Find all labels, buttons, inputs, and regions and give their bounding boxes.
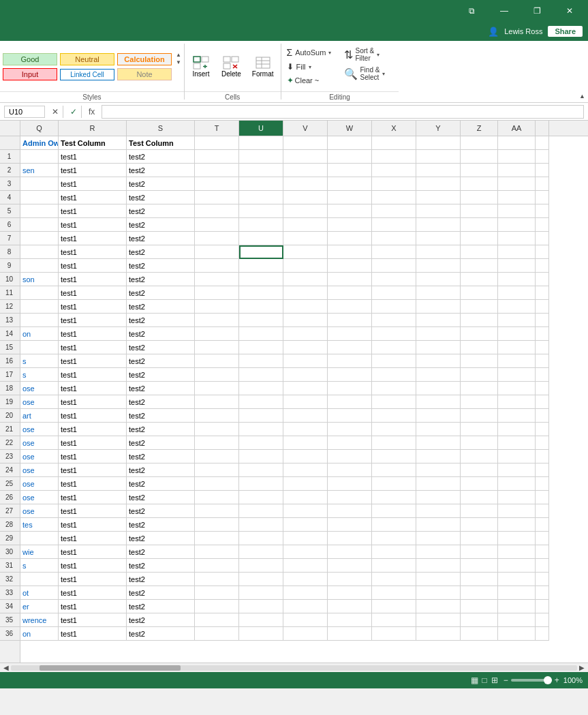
grid-cell-r28-c8[interactable] [416,518,461,532]
grid-cell-r22-c2[interactable]: test2 [127,436,195,450]
grid-cell-r27-c5[interactable] [283,504,328,518]
grid-cell-r2-c3[interactable] [195,164,239,177]
grid-cell-r9-c11[interactable] [536,259,549,273]
grid-cell-r30-c5[interactable] [283,545,328,559]
grid-cell-r8-c2[interactable]: test2 [127,245,195,259]
grid-cell-r29-c8[interactable] [416,532,461,545]
grid-cell-r24-c11[interactable] [536,463,549,477]
grid-cell-r3-c4[interactable] [239,177,283,191]
grid-cell-r5-c3[interactable] [195,204,239,218]
grid-cell-r32-c2[interactable]: test2 [127,573,195,586]
grid-cell-r23-c6[interactable] [328,450,372,463]
col-header-t[interactable]: T [195,121,239,136]
grid-cell-r11-c7[interactable] [372,286,416,300]
grid-cell-r6-c3[interactable] [195,218,239,232]
row-header-29[interactable]: 29 [0,532,20,545]
share-button[interactable]: Share [548,26,583,37]
grid-cell-r14-c5[interactable] [283,327,328,341]
grid-cell-r12-c0[interactable] [20,300,59,314]
formula-input[interactable] [102,105,584,119]
zoom-minus-btn[interactable]: − [504,675,508,685]
grid-cell-r9-c2[interactable]: test2 [127,259,195,273]
grid-cell-r32-c4[interactable] [239,573,283,586]
grid-cell-r31-c8[interactable] [416,559,461,573]
grid-cell-r26-c9[interactable] [461,491,498,504]
grid-cell-r13-c4[interactable] [239,314,283,327]
grid-cell-r17-c7[interactable] [372,368,416,382]
grid-cell-r11-c11[interactable] [536,286,549,300]
grid-cell-r29-c11[interactable] [536,532,549,545]
grid-cell-r15-c0[interactable] [20,341,59,354]
grid-cell-r27-c4[interactable] [239,504,283,518]
grid-cell-r28-c1[interactable]: test1 [59,518,127,532]
grid-cell-r27-c11[interactable] [536,504,549,518]
grid-cell-r18-c9[interactable] [461,382,498,395]
grid-cell-r27-c3[interactable] [195,504,239,518]
style-scroll-up[interactable]: ▲ [176,52,181,59]
ribbon-expand[interactable]: ▲ [576,41,588,102]
row-header-25[interactable]: 25 [0,477,20,491]
name-box[interactable]: U10 [4,106,45,118]
grid-cell-r11-c9[interactable] [461,286,498,300]
grid-cell-r16-c6[interactable] [328,354,372,368]
grid-cell-r1-c9[interactable] [461,150,498,164]
grid-cell-r11-c8[interactable] [416,286,461,300]
grid-cell-r3-c1[interactable]: test1 [59,177,127,191]
grid-cell-r27-c10[interactable] [498,504,536,518]
grid-cell-r17-c3[interactable] [195,368,239,382]
row-header-21[interactable]: 21 [0,423,20,436]
grid-cell-r18-c2[interactable]: test2 [127,382,195,395]
grid-cell-r11-c1[interactable]: test1 [59,286,127,300]
grid-cell-r19-c3[interactable] [195,395,239,409]
grid-cell-r2-c9[interactable] [461,164,498,177]
grid-cell-r13-c7[interactable] [372,314,416,327]
grid-cell-r24-c7[interactable] [372,463,416,477]
grid-cell-r21-c8[interactable] [416,423,461,436]
grid-cell-r15-c6[interactable] [328,341,372,354]
grid-cell-r36-c6[interactable] [328,627,372,641]
col-header-s[interactable]: S [127,121,195,136]
grid-cell-r12-c4[interactable] [239,300,283,314]
grid-cell-r33-c5[interactable] [283,586,328,600]
grid-cell-r35-c6[interactable] [328,613,372,627]
grid-cell-r24-c6[interactable] [328,463,372,477]
grid-cell-r8-c11[interactable] [536,245,549,259]
grid-cell-r23-c0[interactable]: ose [20,450,59,463]
grid-cell-r36-c11[interactable] [536,627,549,641]
grid-cell-r30-c8[interactable] [416,545,461,559]
grid-cell-r10-c5[interactable] [283,273,328,286]
grid-cell-r5-c10[interactable] [498,204,536,218]
grid-cell-r36-c8[interactable] [416,627,461,641]
grid-cell-r17-c4[interactable] [239,368,283,382]
grid-cell-r8-c4[interactable] [239,245,283,259]
grid-header-cell-11[interactable] [536,136,549,150]
grid-cell-r31-c4[interactable] [239,559,283,573]
row-header-16[interactable]: 16 [0,354,20,368]
grid-cell-r6-c5[interactable] [283,218,328,232]
grid-cell-r13-c5[interactable] [283,314,328,327]
insert-button[interactable]: Insert [187,54,215,79]
grid-cell-r2-c5[interactable] [283,164,328,177]
grid-cell-r26-c7[interactable] [372,491,416,504]
grid-cell-r14-c6[interactable] [328,327,372,341]
grid-cell-r5-c9[interactable] [461,204,498,218]
grid-cell-r9-c4[interactable] [239,259,283,273]
grid-cell-r11-c4[interactable] [239,286,283,300]
grid-cell-r17-c9[interactable] [461,368,498,382]
close-button[interactable]: ✕ [554,0,585,22]
format-button[interactable]: Format [248,54,278,79]
grid-cell-r28-c10[interactable] [498,518,536,532]
grid-cell-r33-c2[interactable]: test2 [127,586,195,600]
grid-cell-r24-c3[interactable] [195,463,239,477]
col-header-u[interactable]: U [239,121,283,136]
grid-cell-r28-c6[interactable] [328,518,372,532]
grid-cell-r5-c0[interactable] [20,204,59,218]
grid-cell-r17-c11[interactable] [536,368,549,382]
grid-cell-r15-c4[interactable] [239,341,283,354]
grid-cell-r17-c10[interactable] [498,368,536,382]
grid-cell-r33-c7[interactable] [372,586,416,600]
grid-cell-r36-c9[interactable] [461,627,498,641]
grid-cell-r24-c5[interactable] [283,463,328,477]
grid-cell-r4-c5[interactable] [283,191,328,204]
grid-cell-r7-c9[interactable] [461,232,498,245]
